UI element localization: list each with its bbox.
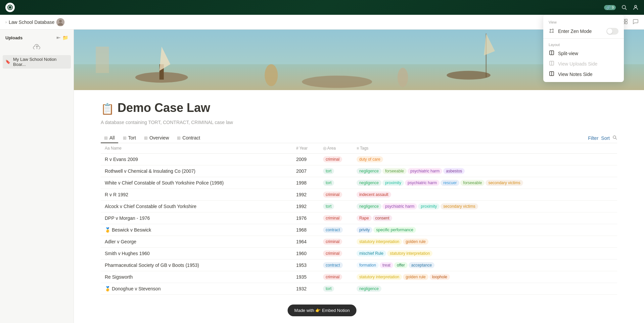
svg-line-31 — [615, 138, 617, 139]
table-row[interactable]: R v Evans 20092009criminalduty of care — [101, 154, 617, 165]
dropdown-menu: View Enter Zen Mode Layout Split-view — [543, 15, 624, 82]
table-row[interactable]: 🥇 Donoghue v Stevenson1932tortnegligence — [101, 283, 617, 295]
area-badge: tort — [323, 180, 334, 186]
page-icon: 📋 — [101, 103, 114, 115]
table-row[interactable]: Pharmaceutical Society of GB v Boots (19… — [101, 259, 617, 271]
split-view-item[interactable]: Split-view — [543, 48, 624, 58]
notification-badge[interactable]: 🔗 9 — [604, 5, 616, 10]
layout-section-label: Layout — [543, 40, 624, 48]
area-badge: tort — [323, 286, 334, 292]
view-section-label: View — [543, 17, 624, 26]
area-badge: criminal — [323, 239, 342, 245]
col-name[interactable]: Aa Name — [101, 143, 292, 154]
notes-side-item[interactable]: View Notes Side — [543, 69, 624, 79]
tab-contract[interactable]: ⊞ Contract — [174, 133, 203, 143]
tag-item: psychiatric harm — [408, 168, 442, 174]
collapse-icon[interactable]: ⇤ — [56, 35, 60, 40]
cell-name: Rothwell v Chemical & Insulating Co (200… — [101, 165, 292, 177]
tab-tort-icon: ⊞ — [123, 135, 127, 140]
tag-item: rescuer — [441, 180, 459, 186]
tab-overview[interactable]: ⊞ Overview — [141, 133, 172, 143]
breadcrumb-text[interactable]: Law School Database — [9, 19, 54, 25]
svg-point-25 — [398, 68, 408, 87]
cell-year: 1992 — [292, 189, 319, 201]
tab-all[interactable]: ⊞ All — [101, 133, 118, 143]
cell-name: Alcock v Chief Constable of South Yorksh… — [101, 201, 292, 212]
sort-button[interactable]: Sort — [601, 135, 610, 141]
tag-item: privity — [357, 227, 372, 233]
tag-item: forseeable — [460, 180, 485, 186]
tag-item: secondary victims — [441, 203, 478, 209]
svg-point-4 — [635, 5, 637, 7]
table-row[interactable]: Rothwell v Chemical & Insulating Co (200… — [101, 165, 617, 177]
tab-tort-label: Tort — [128, 135, 136, 140]
uploads-side-item: View Uploads Side — [543, 58, 624, 69]
cell-tags: Rapeconsent — [353, 212, 617, 224]
tag-item: statutory interpretation — [357, 239, 402, 245]
upload-cloud-button[interactable] — [3, 43, 71, 52]
svg-point-30 — [613, 136, 616, 138]
area-badge: tort — [323, 168, 334, 174]
page-subtitle: A database containing TORT, CONTRACT, CR… — [101, 120, 617, 125]
tag-item: specific performance — [373, 227, 416, 233]
sidebar-header-icons: ⇤ 📁 — [56, 35, 68, 40]
tab-all-label: All — [109, 135, 115, 140]
search-button[interactable] — [621, 4, 627, 10]
table-row[interactable]: White v Chief Constable of South Yorkshi… — [101, 177, 617, 189]
case-law-table: Aa Name # Year ◎ Area — [101, 143, 617, 295]
cell-year: 2009 — [292, 154, 319, 165]
zen-mode-toggle[interactable] — [606, 28, 618, 35]
tag-item: psychiatric harm — [405, 180, 440, 186]
app-logo[interactable] — [5, 3, 15, 12]
table-row[interactable]: Re Sigsworth1935criminalstatutory interp… — [101, 271, 617, 283]
cell-tags: mischief Rulestatutory interpretation — [353, 248, 617, 259]
notes-side-label: View Notes Side — [558, 72, 592, 77]
cell-year: 1953 — [292, 259, 319, 271]
tabs-bar: ⊞ All ⊞ Tort ⊞ Overview ⊞ Contract Filte… — [101, 133, 617, 143]
sidebar-item-notion-board[interactable]: 🔖 My Law School Notion Boar... — [3, 55, 71, 69]
tag-item: acceptance — [409, 262, 434, 268]
split-view-icon — [549, 50, 555, 56]
sidebar-header: Uploads ⇤ 📁 — [3, 34, 71, 43]
user-button[interactable] — [633, 4, 639, 10]
table-row[interactable]: Alcock v Chief Constable of South Yorksh… — [101, 201, 617, 212]
table-row[interactable]: Smith v Hughes 19601960criminalmischief … — [101, 248, 617, 259]
col-tags-icon: ≡ — [357, 146, 360, 151]
col-area-icon: ◎ — [323, 146, 327, 151]
badge-count: 9 — [612, 5, 614, 9]
comments-button[interactable] — [633, 18, 639, 26]
table-row[interactable]: R v R 19921992criminalindecent assault — [101, 189, 617, 201]
topbar-right: 🔗 9 — [604, 4, 639, 10]
tag-item: proximity — [382, 180, 404, 186]
cell-name: Adler v George — [101, 236, 292, 248]
sidebar-item-label: My Law School Notion Boar... — [13, 57, 68, 67]
col-area[interactable]: ◎ Area — [319, 143, 353, 154]
table-row[interactable]: Adler v George1964criminalstatutory inte… — [101, 236, 617, 248]
tag-item: negligence — [357, 203, 381, 209]
area-badge: criminal — [323, 274, 342, 280]
page-content: 📋 Demo Case Law A database containing TO… — [74, 90, 644, 306]
enter-zen-mode-item[interactable]: Enter Zen Mode — [543, 26, 624, 37]
tag-item: statutory interpretation — [357, 274, 402, 280]
cell-tags: statutory interpretationgolden rule — [353, 236, 617, 248]
tab-contract-icon: ⊞ — [177, 135, 181, 140]
col-year[interactable]: # Year — [292, 143, 319, 154]
col-tags[interactable]: ≡ Tags — [353, 143, 617, 154]
cell-year: 1932 — [292, 283, 319, 295]
filter-button[interactable]: Filter — [588, 135, 598, 141]
cell-tags: duty of care — [353, 154, 617, 165]
tag-item: mischief Rule — [357, 250, 386, 256]
table-search-button[interactable] — [612, 135, 617, 141]
cell-tags: privityspecific performance — [353, 224, 617, 236]
cell-year: 2007 — [292, 165, 319, 177]
table-row[interactable]: 🥇 Beswick v Beswick1968contractprivitysp… — [101, 224, 617, 236]
bookmark-icon: 🔖 — [5, 59, 10, 64]
tag-item: secondary victims — [486, 180, 523, 186]
folder-icon[interactable]: 📁 — [62, 35, 68, 40]
cell-tags: negligence — [353, 283, 617, 295]
table-row[interactable]: DPP v Morgan - 19761976criminalRapeconse… — [101, 212, 617, 224]
uploads-side-label: View Uploads Side — [558, 61, 597, 67]
tab-tort[interactable]: ⊞ Tort — [120, 133, 139, 143]
tag-item: negligence — [357, 180, 381, 186]
cell-name: Re Sigsworth — [101, 271, 292, 283]
